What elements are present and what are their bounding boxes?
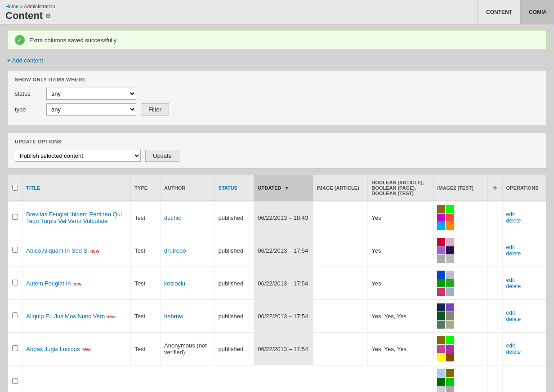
- op-edit-link[interactable]: edit: [506, 277, 542, 283]
- swatch-grid: [437, 369, 454, 392]
- op-edit-link[interactable]: edit: [506, 244, 542, 250]
- row-status: published: [214, 201, 254, 234]
- row-image-article: [313, 267, 368, 300]
- swatch: [437, 321, 445, 329]
- table-row: Aliquip Eu Jus Mos Nunc Vero new Test he…: [8, 300, 546, 333]
- row-updated: 06/22/2013 – 17:54: [254, 234, 313, 267]
- swatch: [446, 303, 454, 312]
- row-plus: [487, 300, 502, 333]
- swatch: [437, 303, 445, 312]
- row-checkbox-cell: [8, 333, 22, 365]
- sort-arrow-updated: ▼: [285, 186, 289, 191]
- row-image2: [433, 234, 488, 267]
- swatch: [437, 353, 445, 361]
- col-status[interactable]: STATUS: [214, 175, 254, 201]
- row-type: Test: [131, 333, 161, 365]
- swatch-grid: [437, 238, 454, 263]
- page-title-icon[interactable]: ⊖: [45, 12, 51, 19]
- row-image-article: [313, 300, 368, 333]
- row-checkbox-cell: [8, 300, 22, 333]
- op-edit-link[interactable]: edit: [506, 211, 542, 218]
- row-ops: editdelete: [502, 234, 546, 267]
- swatch: [446, 386, 454, 392]
- filter-type-label: type: [15, 106, 42, 113]
- table-header-row: TITLE TYPE AUTHOR STATUS UPDATED ▼ IMAGE…: [8, 175, 546, 201]
- add-content-section: + Add content: [7, 57, 547, 64]
- swatch: [446, 288, 454, 296]
- tab-content-label: CONTENT: [486, 9, 512, 15]
- filter-button[interactable]: Filter: [141, 103, 169, 116]
- swatch: [437, 205, 445, 213]
- add-column-button[interactable]: +: [493, 184, 497, 192]
- row-title-link[interactable]: Abbas Jugis Lucidus: [26, 346, 80, 352]
- row-checkbox[interactable]: [12, 280, 18, 285]
- row-checkbox-cell: [8, 234, 22, 267]
- breadcrumb-home[interactable]: Home: [5, 4, 18, 9]
- row-image2: [433, 365, 488, 392]
- row-type: Test: [131, 234, 161, 267]
- row-boolean: Yes, Yes, Yes: [368, 300, 433, 333]
- col-updated[interactable]: UPDATED ▼: [254, 175, 313, 201]
- row-checkbox-cell: [8, 365, 22, 392]
- swatch: [437, 336, 445, 344]
- row-boolean: Yes: [368, 267, 433, 300]
- tab-content[interactable]: CONTENT: [478, 0, 520, 24]
- row-checkbox[interactable]: [12, 214, 18, 220]
- success-text: Extra columns saved successfully.: [29, 37, 118, 44]
- row-title-link[interactable]: Brevitas Feugiat Ibidem Pertineo Qui Teg…: [26, 211, 121, 224]
- swatch: [437, 288, 445, 296]
- page-title: Content ⊖: [5, 10, 472, 22]
- breadcrumb-current: Administration: [24, 4, 55, 9]
- op-delete-link[interactable]: delete: [506, 283, 542, 290]
- op-delete-link[interactable]: delete: [506, 349, 542, 355]
- col-boolean: BOOLEAN (ARTICLE),BOOLEAN (PAGE),BOOLEAN…: [368, 175, 433, 201]
- row-checkbox[interactable]: [12, 345, 18, 351]
- select-all-checkbox[interactable]: [12, 185, 18, 191]
- row-checkbox[interactable]: [12, 378, 18, 384]
- row-title-cell: Brevitas Feugiat Ibidem Pertineo Qui Teg…: [22, 201, 131, 234]
- row-title-link[interactable]: Autem Feugiat In: [26, 280, 71, 287]
- filter-status-select[interactable]: any published unpublished: [46, 88, 136, 100]
- update-section: UPDATE OPTIONS Publish selected content …: [7, 132, 547, 169]
- op-delete-link[interactable]: delete: [506, 218, 542, 224]
- row-title-link[interactable]: Abico Aliquam In Sed Si: [26, 247, 89, 254]
- col-title[interactable]: TITLE: [22, 175, 131, 201]
- row-author-link[interactable]: drutredo: [164, 247, 186, 254]
- row-author-link[interactable]: kosloclu: [164, 280, 185, 287]
- swatch: [437, 378, 445, 386]
- tab-comm[interactable]: COMM: [520, 0, 554, 24]
- col-image-article: IMAGE (ARTICLE): [313, 175, 368, 201]
- new-badge: new: [90, 248, 99, 254]
- update-options-select[interactable]: Publish selected content Unpublish selec…: [15, 150, 141, 162]
- row-updated: 06/22/2013 – 17:54: [254, 333, 313, 365]
- swatch: [437, 386, 445, 392]
- swatch-grid: [437, 303, 454, 329]
- content-table: TITLE TYPE AUTHOR STATUS UPDATED ▼ IMAGE…: [8, 175, 546, 392]
- swatch: [437, 222, 445, 230]
- op-edit-link[interactable]: edit: [506, 343, 542, 349]
- swatch: [446, 246, 454, 254]
- tab-comm-label: COMM: [529, 9, 546, 15]
- update-row: Publish selected content Unpublish selec…: [15, 150, 539, 162]
- row-ops: editdelete: [502, 201, 546, 234]
- op-edit-link[interactable]: edit: [506, 310, 542, 316]
- swatch: [437, 345, 445, 353]
- row-image2: [433, 201, 488, 234]
- row-author-cell: kosloclu: [161, 267, 215, 300]
- swatch: [446, 336, 454, 344]
- update-button[interactable]: Update: [145, 150, 179, 162]
- row-checkbox[interactable]: [12, 312, 18, 318]
- col-plus[interactable]: +: [487, 175, 502, 201]
- op-delete-link[interactable]: delete: [506, 316, 542, 322]
- row-author-link[interactable]: duchic: [164, 214, 181, 221]
- row-title-cell: Abico Aliquam In Sed Si new: [22, 234, 131, 267]
- row-ops: editdelete: [502, 333, 546, 365]
- op-delete-link[interactable]: delete: [506, 250, 542, 257]
- filter-status-label: status: [15, 90, 42, 97]
- row-title-link[interactable]: Aliquip Eu Jus Mos Nunc Vero: [26, 313, 105, 320]
- row-checkbox[interactable]: [12, 247, 18, 253]
- row-author-link[interactable]: hebruw: [164, 313, 183, 320]
- add-content-link[interactable]: + Add content: [7, 57, 43, 64]
- filter-type-select[interactable]: any Test Article Page: [46, 103, 136, 116]
- row-ops: editdelete: [502, 267, 546, 300]
